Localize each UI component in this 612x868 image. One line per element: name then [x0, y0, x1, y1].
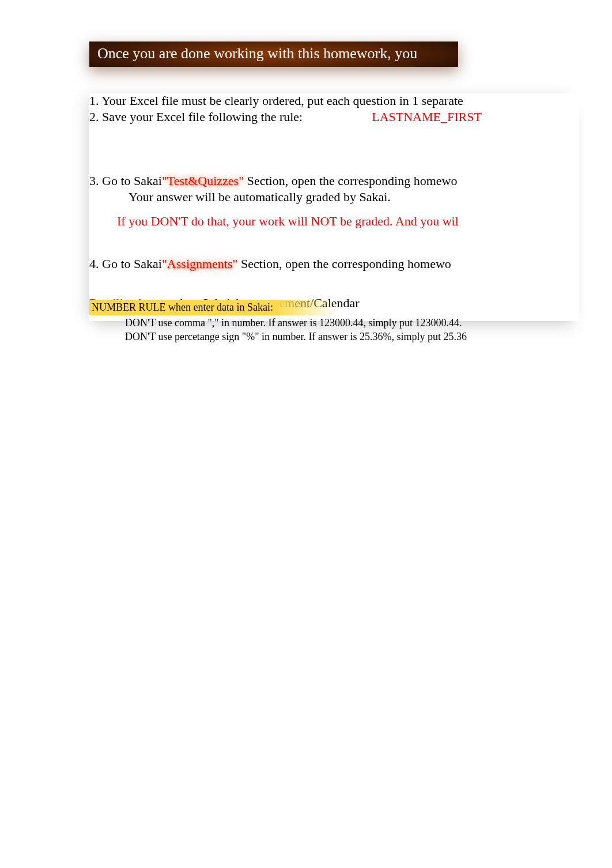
page-title-bar: Once you are done working with this home…: [89, 41, 458, 67]
number-rule-title: NUMBER RULE when enter data in Sakai:: [89, 300, 337, 315]
instruction-item-3: 3. Go to Sakai"Test&Quizzes" Section, op…: [89, 173, 579, 188]
item4-suffix: Section, open the corresponding homewo: [241, 256, 451, 271]
number-rule-line1: DON'T use comma "," in number. If answer…: [125, 317, 579, 329]
number-rule-line2: DON'T use percetange sign "%" in number.…: [125, 331, 579, 343]
instruction-item-3-line2: Your answer will be automatically graded…: [129, 190, 579, 205]
item2-prefix: 2. Save your Excel file following the ru…: [89, 110, 303, 124]
assignments-section: "Assignments": [162, 256, 241, 271]
page-title: Once you are done working with this home…: [97, 45, 417, 62]
item1-text: 1. Your Excel file must be clearly order…: [89, 93, 463, 108]
instruction-item-1: 1. Your Excel file must be clearly order…: [89, 93, 579, 108]
item4-prefix: 4. Go to Sakai: [89, 256, 162, 271]
instruction-item-4: 4. Go to Sakai"Assignments" Section, ope…: [89, 256, 579, 271]
item3-suffix: Section, open the corresponding homewo: [247, 173, 458, 188]
content-block: 1. Your Excel file must be clearly order…: [89, 93, 579, 321]
instruction-item-2: 2. Save your Excel file following the ru…: [89, 110, 579, 124]
filename-rule: LASTNAME_FIRST: [372, 110, 482, 124]
instruction-page: Once you are done working with this home…: [89, 41, 579, 321]
item3-line2: Your answer will be automatically graded…: [129, 190, 391, 204]
item3-prefix: 3. Go to Sakai: [89, 173, 162, 188]
instruction-item-3-warning: If you DON'T do that, your work will NOT…: [117, 214, 579, 229]
number-rule-box: NUMBER RULE when enter data in Sakai: DO…: [89, 300, 579, 343]
test-quizzes-section: "Test&Quizzes": [162, 173, 247, 188]
item3-warning: If you DON'T do that, your work will NOT…: [117, 214, 459, 228]
